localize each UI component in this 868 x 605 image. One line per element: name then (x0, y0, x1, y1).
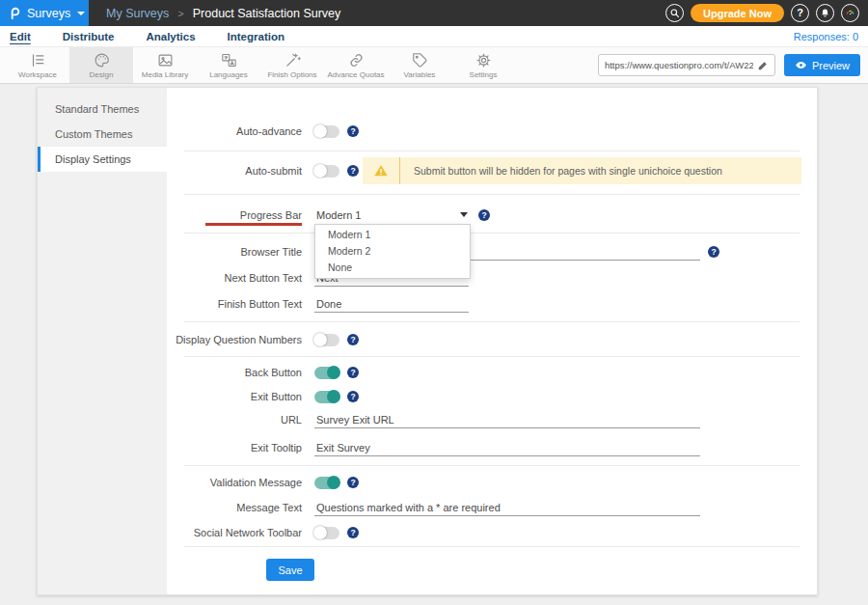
toolbar-item-advance-quotas[interactable]: Advance Quotas (324, 47, 388, 83)
survey-url-input[interactable] (605, 60, 753, 70)
dropdown-option-modern-1[interactable]: Modern 1 (315, 227, 470, 243)
row-exit-url: URL (167, 409, 801, 430)
message-text-input[interactable] (314, 499, 700, 516)
toolbar-item-variables[interactable]: Variables (388, 47, 451, 83)
row-browser-title: Browser Title (167, 241, 801, 262)
design-page: Standard Themes Custom Themes Display Se… (0, 84, 868, 605)
help-icon[interactable] (347, 391, 359, 402)
warning-triangle-icon (363, 163, 399, 179)
workspace-icon (30, 52, 46, 69)
toolbar-item-label: Design (90, 70, 114, 79)
link-icon (348, 52, 365, 69)
help-icon[interactable] (347, 165, 359, 177)
save-button[interactable]: Save (266, 559, 314, 581)
divider (184, 465, 800, 466)
toolbar-item-settings[interactable]: Settings (451, 47, 515, 83)
auto-submit-toggle[interactable] (314, 165, 339, 178)
progress-bar-select[interactable]: Modern 1 (314, 206, 471, 225)
upgrade-now-button[interactable]: Upgrade Now (691, 4, 784, 22)
preview-button[interactable]: Preview (784, 54, 860, 76)
validation-message-toggle[interactable] (314, 477, 339, 489)
row-exit-tooltip: Exit Tooltip (167, 437, 801, 458)
question-mark-icon: ? (797, 8, 803, 18)
gear-icon (475, 52, 492, 69)
help-icon[interactable] (708, 246, 719, 258)
toggle-knob (313, 526, 327, 539)
dropdown-option-none[interactable]: None (315, 260, 470, 276)
palette-icon (94, 52, 110, 69)
auto-advance-label: Auto-advance (167, 125, 302, 137)
magic-wand-icon (285, 52, 301, 69)
back-button-toggle[interactable] (314, 367, 339, 379)
warning-text: Submit button will be hidden for pages w… (400, 165, 722, 177)
tab-edit[interactable]: Edit (10, 31, 31, 42)
toolbar-item-media-library[interactable]: Media Library (133, 47, 197, 83)
toolbar-item-label: Workspace (18, 70, 57, 79)
image-icon (157, 52, 174, 69)
search-button[interactable] (665, 4, 684, 22)
finish-button-text-input[interactable] (314, 295, 469, 313)
row-finish-button-text: Finish Button Text (167, 293, 801, 315)
divider (184, 194, 800, 195)
toolbar-item-label: Advance Quotas (327, 70, 384, 79)
auto-advance-toggle[interactable] (314, 125, 339, 138)
breadcrumb-my-surveys[interactable]: My Surveys (106, 7, 169, 20)
toggle-knob (327, 390, 340, 403)
preview-label: Preview (812, 60, 850, 71)
exit-url-label: URL (167, 414, 302, 426)
notifications-button[interactable] (816, 4, 834, 22)
product-name: Surveys (27, 7, 70, 20)
display-question-numbers-toggle[interactable] (314, 334, 339, 346)
row-back-button: Back Button (167, 362, 801, 383)
toolbar-item-label: Media Library (142, 70, 188, 79)
edit-toolbar: Workspace Design Media Library Languages (0, 47, 868, 84)
sidebar-item-display-settings[interactable]: Display Settings (38, 147, 167, 172)
survey-url-box (598, 54, 775, 76)
red-annotation-underline (205, 223, 302, 226)
help-icon[interactable] (478, 209, 490, 221)
toolbar-item-label: Languages (209, 70, 248, 79)
toolbar-item-label: Variables (404, 70, 436, 79)
help-icon[interactable] (347, 125, 359, 137)
tab-integration[interactable]: Integration (228, 31, 285, 42)
auto-submit-label: Auto-submit (167, 165, 302, 177)
product-switcher[interactable]: Surveys (0, 0, 89, 26)
usage-meter-button[interactable] (841, 4, 859, 22)
social-network-toolbar-label: Social Network Toolbar (167, 527, 302, 538)
help-icon[interactable] (347, 477, 359, 488)
topbar-actions: Upgrade Now ? (665, 4, 868, 22)
tab-analytics[interactable]: Analytics (146, 31, 195, 42)
divider (184, 151, 800, 151)
responses-count[interactable]: Responses: 0 (794, 31, 858, 42)
exit-url-input[interactable] (314, 411, 700, 428)
help-icon[interactable] (347, 334, 359, 345)
edit-url-button[interactable] (757, 60, 769, 71)
tab-distribute[interactable]: Distribute (63, 31, 115, 42)
divider (184, 356, 800, 357)
translate-icon (221, 52, 237, 69)
toolbar-item-finish-options[interactable]: Finish Options (260, 47, 324, 83)
exit-tooltip-input[interactable] (314, 439, 700, 456)
social-network-toolbar-toggle[interactable] (314, 527, 339, 539)
row-exit-button: Exit Button (167, 386, 801, 407)
dropdown-option-modern-2[interactable]: Modern 2 (315, 243, 470, 260)
toolbar-item-workspace[interactable]: Workspace (6, 47, 69, 83)
toolbar-item-languages[interactable]: Languages (197, 47, 260, 83)
row-auto-advance: Auto-advance (167, 121, 801, 142)
help-menu-button[interactable]: ? (791, 4, 809, 22)
display-question-numbers-label: Display Question Numbers (167, 334, 302, 345)
row-validation-message: Validation Message (167, 472, 801, 493)
toggle-knob (327, 476, 340, 489)
row-display-question-numbers: Display Question Numbers (167, 329, 801, 350)
help-icon[interactable] (347, 367, 359, 378)
sidebar-item-standard-themes[interactable]: Standard Themes (38, 96, 167, 122)
sidebar-item-custom-themes[interactable]: Custom Themes (38, 122, 167, 147)
chevron-down-icon (460, 212, 468, 217)
divider (184, 233, 800, 234)
exit-tooltip-label: Exit Tooltip (167, 442, 302, 454)
help-icon[interactable] (347, 527, 359, 538)
toolbar-item-design[interactable]: Design (69, 47, 133, 83)
toggle-knob (327, 366, 340, 379)
row-progress-bar: Progress Bar Modern 1 (167, 205, 801, 226)
exit-button-toggle[interactable] (314, 391, 339, 403)
